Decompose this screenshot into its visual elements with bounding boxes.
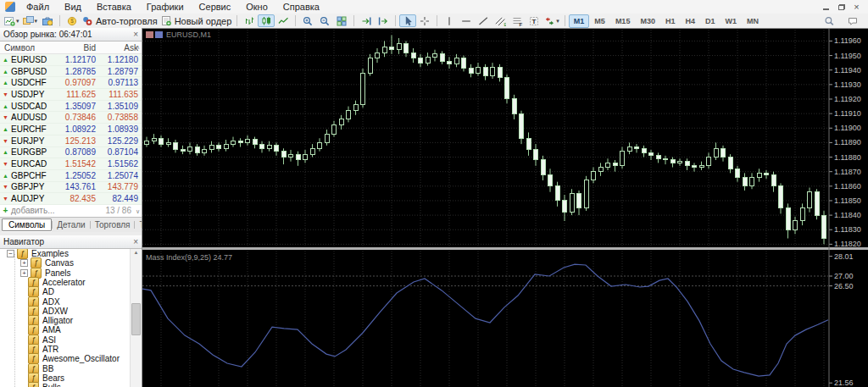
auto-scroll-button[interactable] [358,14,375,27]
tree-item-ATR[interactable]: ƒATR [0,345,142,354]
search-button[interactable] [821,14,837,27]
scrollbar-up-icon[interactable]: ▲ [131,250,142,255]
tree-item-ADX[interactable]: ƒADX [0,296,142,306]
profiles-button[interactable]: ▾ [21,14,40,27]
toolbox-button[interactable] [39,14,56,27]
symbol-row-EURJPY[interactable]: ▼EURJPY125.213125.229 [0,135,142,147]
arrows-button[interactable]: ▾ [542,14,561,27]
new-chart-button[interactable]: ▾ [3,14,21,27]
chart-shift-button[interactable] [375,14,392,27]
autotrading-button[interactable]: Авто-торговля [81,14,159,27]
symbol-row-EURCHF[interactable]: ▲EURCHF1.089221.08939 [0,124,142,135]
tree-item-Bears[interactable]: ƒBears [0,373,142,383]
symbol-row-GBPCHF[interactable]: ▲GBPCHF1.250521.25074 [0,170,142,182]
line-chart-button[interactable] [275,14,292,27]
timeframe-MN[interactable]: MN [742,14,764,28]
caret-down-icon[interactable]: ▾ [556,18,559,25]
toolbar-separator [295,15,296,26]
navigator-close-icon[interactable]: × [133,238,138,246]
caret-down-icon[interactable]: ▾ [35,18,38,25]
zoom-out-button[interactable] [316,14,333,27]
tree-item-ADXW[interactable]: ƒADXW [0,307,142,316]
tree-item-Alligator[interactable]: ƒAlligator [0,316,142,325]
timeframe-M5[interactable]: M5 [589,14,610,28]
tree-item-Examples[interactable]: −ƒExamples [0,249,142,258]
column-bid[interactable]: Bid [57,43,99,53]
timeframe-D1[interactable]: D1 [700,14,721,28]
symbol-row-GBPJPY[interactable]: ▼GBPJPY143.761143.779 [0,182,142,194]
timeframe-H4[interactable]: H4 [680,14,700,28]
tree-item-Bulls[interactable]: ƒBulls [0,383,142,387]
symbol-row-EURGBP[interactable]: ▲EURGBP0.870890.87104 [0,147,142,159]
crosshair-button[interactable] [416,14,433,27]
text-button[interactable]: T [526,14,542,27]
market-watch-close-icon[interactable]: × [133,30,138,38]
add-symbol-row[interactable]: + добавить... 13 / 86 ∨ [0,205,142,217]
zoom-in-button[interactable] [299,14,316,27]
tree-item-ASI[interactable]: ƒASI [0,335,142,345]
symbol-row-AUDJPY[interactable]: ▼AUDJPY82.43582.449 [0,193,142,205]
restore-button[interactable] [835,2,848,12]
tree-item-Panels[interactable]: +ƒPanels [0,268,142,278]
vertical-line-button[interactable] [441,14,458,27]
symbol-row-USDJPY[interactable]: ▼USDJPY111.625111.635 [0,89,142,101]
tree-item-AD[interactable]: ƒAD [0,287,142,296]
tree-item-Awesome_Oscillator[interactable]: ƒAwesome_Oscillator [0,354,142,363]
tree-item-label: AMA [42,325,61,334]
timeframe-M30[interactable]: M30 [635,14,660,28]
candles-button[interactable] [258,14,275,27]
menu-Окно[interactable]: Окно [238,1,275,13]
channel-button[interactable]: E [492,14,509,27]
tile-windows-button[interactable] [333,14,350,27]
tab-Детали[interactable]: Детали [53,219,89,230]
bars-button[interactable] [241,14,258,27]
horizontal-line-button[interactable] [458,14,475,27]
chart-window-icon [146,31,153,38]
tree-item-Accelerator[interactable]: ƒAccelerator [0,278,142,287]
market-watch-title: Обзор рынка: 06:47:01 [3,30,92,39]
expand-icon[interactable]: + [20,259,28,267]
tree-item-AMA[interactable]: ƒAMA [0,325,142,334]
community-button[interactable] [844,14,861,27]
column-symbol[interactable]: Символ [0,43,57,53]
toolbar-separator [565,15,565,26]
expand-icon[interactable]: + [20,269,28,277]
tab-Торговля[interactable]: Торговля [91,219,135,230]
symbol-row-USDCHF[interactable]: ▲USDCHF0.970970.97113 [0,77,142,89]
chart-area[interactable]: 1.119601.119501.119401.119301.119201.119… [142,28,868,387]
menu-Вставка[interactable]: Вставка [89,1,139,13]
close-button[interactable]: × [850,2,863,12]
navigator-scrollbar[interactable]: ▲ [130,249,142,387]
symbol-name: USDCAD [11,102,57,111]
menu-Справка[interactable]: Справка [275,1,327,13]
timeframe-W1[interactable]: W1 [720,14,742,28]
scrollbar-thumb[interactable] [131,303,141,335]
collapse-icon[interactable]: − [7,250,14,257]
timeframe-H1[interactable]: H1 [660,14,681,28]
scroll-up-icon[interactable]: ∧ [136,44,140,51]
navigator-header: Навигатор × [0,235,142,249]
trendline-button[interactable] [475,14,492,27]
market-button[interactable]: $ [64,14,81,27]
fibonacci-button[interactable]: F [509,14,526,27]
timeframe-M15[interactable]: M15 [610,14,636,28]
symbol-row-EURCAD[interactable]: ▼EURCAD1.515421.51562 [0,158,142,170]
tab-Тики[interactable]: Тики [135,219,142,230]
symbol-row-AUDUSD[interactable]: ▼AUDUSD0.738460.73858 [0,112,142,124]
symbol-row-GBPUSD[interactable]: ▲GBPUSD1.287851.28797 [0,66,142,78]
menu-Файл[interactable]: Файл [19,1,57,13]
new-order-button[interactable]: Новый ордер [159,14,234,27]
timeframe-M1[interactable]: M1 [569,14,590,28]
menu-Графики[interactable]: Графики [139,1,192,13]
tree-item-BB[interactable]: ƒBB [0,364,142,373]
minimize-button[interactable] [820,2,832,12]
scroll-down-icon[interactable]: ∨ [136,208,140,215]
symbol-row-USDCAD[interactable]: ▲USDCAD1.350971.35109 [0,101,142,113]
symbol-row-EURUSD[interactable]: ▲EURUSD1.121701.12180 [0,54,142,66]
menu-Сервис[interactable]: Сервис [192,1,239,13]
caret-down-icon[interactable]: ▾ [16,18,19,25]
cursor-button[interactable] [399,14,416,27]
tab-Символы[interactable]: Символы [2,218,52,231]
menu-Вид[interactable]: Вид [57,1,89,13]
tree-item-Canvas[interactable]: +ƒCanvas [0,258,142,268]
